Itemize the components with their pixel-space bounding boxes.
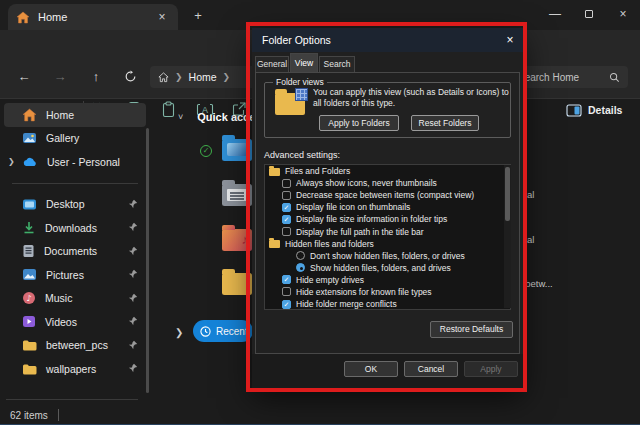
sidebar-item-label: Pictures [46,269,84,281]
sidebar-bottom-divider [6,399,138,400]
chevron-right-icon: ❯ [223,72,231,82]
sidebar-item-music[interactable]: ♪ Music [4,287,146,311]
pin-icon [128,293,138,303]
house-icon [22,108,37,122]
sidebar-item-videos[interactable]: Videos [4,310,146,334]
minimize-icon[interactable]: — [538,0,572,28]
breadcrumb-home[interactable]: Home [189,71,217,83]
sidebar-item-label: Desktop [46,198,85,210]
recent-label: Recent [216,326,248,337]
onedrive-cloud-icon [22,156,38,168]
tab-close-icon[interactable]: × [154,10,170,24]
sidebar-item-wallpapers[interactable]: wallpapers [4,357,146,381]
sidebar-item-label: Videos [45,316,77,328]
chevron-right-icon: ❯ [175,72,183,82]
recent-filter-pill[interactable]: Recent [193,320,253,342]
sidebar-item-pictures[interactable]: Pictures [4,263,146,287]
chevron-right-icon[interactable]: ❯ [8,157,22,166]
navigation-sidebar: Home Gallery ❯ User - Personal Desktop [0,99,150,405]
svg-text:♪: ♪ [26,294,31,303]
pin-icon [128,246,138,256]
sidebar-item-label: Gallery [46,132,79,144]
sidebar-item-label: Home [46,109,74,121]
sidebar-item-label: Documents [44,245,97,257]
sync-check-icon: ✓ [200,145,212,157]
downloads-icon [22,221,36,235]
pin-icon [128,222,138,232]
file-explorer-window: Home × + — × ← → ↑ ❯ Home ❯ Search Home [0,0,640,425]
pin-icon [128,363,138,373]
clock-icon [200,326,211,337]
desktop-icon [22,198,37,211]
folder-icon [22,363,37,375]
pin-icon [128,340,138,350]
sidebar-item-home[interactable]: Home [4,103,146,127]
back-icon[interactable]: ← [12,66,36,88]
sidebar-item-documents[interactable]: Documents [4,240,146,264]
sidebar-item-label: wallpapers [46,363,96,375]
sidebar-item-between-pcs[interactable]: between_pcs [4,334,146,358]
background-text-fragment: al [527,234,534,245]
close-window-icon[interactable]: × [606,0,640,28]
music-icon: ♪ [22,291,36,305]
item-count: 62 items [10,410,48,421]
explorer-tab-home[interactable]: Home × [8,4,178,30]
sidebar-item-label: Downloads [45,222,97,234]
annotation-highlight-box [246,22,527,392]
sidebar-scrollbar[interactable] [146,128,149,393]
maximize-icon[interactable] [572,0,606,28]
chevron-down-icon[interactable]: ˅ [178,112,183,122]
sidebar-item-gallery[interactable]: Gallery [4,127,146,151]
sidebar-item-label: between_pcs [46,339,108,351]
search-icon [609,72,620,83]
sidebar-divider [12,183,138,184]
documents-icon [22,244,35,258]
videos-icon [22,315,36,328]
sidebar-item-label: Music [45,292,72,304]
sidebar-item-user-personal[interactable]: ❯ User - Personal [4,150,146,174]
tab-title: Home [38,11,154,23]
sidebar-item-desktop[interactable]: Desktop [4,193,146,217]
background-text-fragment: al [527,189,534,200]
pin-icon [128,269,138,279]
chevron-right-icon[interactable]: ❯ [175,327,183,338]
folder-icon [22,339,37,351]
refresh-icon[interactable] [118,66,142,88]
status-divider [58,409,59,421]
add-tab-icon[interactable]: + [188,6,208,26]
gallery-icon [22,131,37,145]
up-icon[interactable]: ↑ [84,66,108,88]
forward-icon[interactable]: → [48,66,72,88]
home-breadcrumb-icon [158,72,169,83]
pictures-icon [22,268,37,281]
pin-icon [128,199,138,209]
sidebar-item-downloads[interactable]: Downloads [4,216,146,240]
pin-icon [128,316,138,326]
status-bar: 62 items [0,405,640,425]
home-icon [16,11,30,24]
sidebar-item-label: User - Personal [47,156,120,168]
